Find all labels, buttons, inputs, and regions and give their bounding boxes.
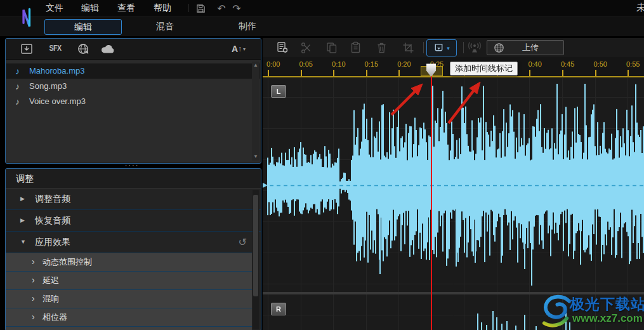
file-name: Voice over.mp3 (29, 94, 86, 109)
ruler-tick-label: 0:10 (332, 60, 345, 68)
sort-letter: A (232, 44, 238, 54)
ruler-tick (529, 70, 530, 76)
watermark-site-name: 极光下载站 (570, 294, 644, 314)
adjust-section-label: 调整音频 (35, 188, 70, 209)
properties-icon (276, 41, 289, 54)
file-row[interactable]: ♪Voice over.mp3 (6, 94, 260, 109)
undo-icon: ↶ (217, 3, 225, 15)
scroll-down-icon[interactable]: ▼ (252, 153, 260, 161)
paste-button[interactable] (348, 40, 364, 55)
trim-button[interactable] (400, 40, 416, 55)
marker-tooltip: 添加时间线标记 (450, 62, 518, 76)
ruler-tick (333, 70, 334, 76)
scissors-icon (301, 42, 313, 54)
ruler-tick (595, 70, 596, 76)
upload-button[interactable]: 上传 (487, 40, 564, 55)
effect-item-row[interactable]: ›动态范围控制 (6, 253, 252, 271)
ruler-tick-label: 0:00 (266, 60, 280, 68)
effect-item-row[interactable]: ›镶边器 (6, 326, 252, 330)
sort-arrow-icon: ↑ (238, 44, 242, 53)
adjust-section-row[interactable]: ▼应用效果↺ (6, 231, 261, 253)
ambience-speaker-icon (467, 41, 482, 54)
download-sound-button[interactable] (75, 41, 91, 56)
adjust-panel-header: 调整 (6, 169, 261, 188)
effect-item-label: 镶边器 (43, 327, 67, 330)
playhead-line[interactable] (431, 70, 432, 330)
scroll-up-icon[interactable]: ▲ (252, 62, 260, 69)
library-scrollbar[interactable]: ▲ ▼ (252, 62, 260, 161)
ruler-tick (562, 70, 563, 76)
menu-item-2[interactable]: 编辑 (81, 0, 99, 16)
music-note-icon: ♪ (15, 94, 25, 109)
left-channel-label: L (271, 85, 286, 98)
sort-button[interactable]: A ↑ ▾ (224, 41, 253, 56)
normalize-button[interactable] (467, 40, 482, 55)
cloud-icon (100, 43, 117, 55)
menu-item-3[interactable]: 查看 (117, 0, 135, 16)
reset-effects-icon[interactable]: ↺ (239, 232, 247, 253)
editor-toolbar: ▾ 上传 (263, 38, 644, 58)
menu-item-4[interactable]: 帮助 (154, 0, 171, 16)
chevron-collapsed-icon: ▶ (20, 188, 25, 209)
file-list: ♪Mahoroba.mp3♪Song.mp3♪Voice over.mp3 (6, 60, 260, 162)
cut-button[interactable] (299, 40, 314, 55)
paste-icon (350, 41, 362, 54)
media-library-panel: SFX A ↑ ▾ ♪Mahoroba.mp3♪Son (5, 38, 261, 164)
adjust-scrollbar-thumb[interactable] (253, 195, 258, 296)
effect-item-label: 延迟 (43, 272, 59, 289)
chevron-item-icon: › (32, 326, 35, 330)
menu-item-1[interactable]: 文件 (46, 0, 63, 16)
timeline-marker-icon (433, 43, 444, 53)
sfx-button[interactable]: SFX (46, 41, 64, 56)
chevron-item-icon: › (32, 253, 35, 270)
ruler-tick-label: 0:20 (397, 60, 411, 68)
properties-button[interactable] (275, 40, 290, 55)
ruler-tick (268, 70, 269, 76)
adjust-panel: 调整 ▶调整音频▶恢复音频▼应用效果↺›动态范围控制›延迟›混响›相位器›镶边器 (5, 168, 261, 330)
save-button[interactable] (194, 2, 207, 15)
redo-button[interactable]: ↷ (230, 2, 244, 15)
tab-1[interactable]: 编辑 (44, 19, 122, 35)
toolbar-separator-2 (463, 42, 464, 53)
effect-item-row[interactable]: ›混响 (6, 289, 252, 308)
effect-item-row[interactable]: ›相位器 (6, 308, 252, 326)
adjust-panel-title: 调整 (16, 173, 34, 183)
file-row[interactable]: ♪Song.mp3 (6, 79, 260, 94)
mode-tab-bar: 编辑混音制作 (0, 16, 644, 36)
chevron-item-icon: › (32, 308, 35, 326)
watermark-swirl-icon (542, 293, 571, 329)
tab-2[interactable]: 混音 (143, 19, 187, 34)
chevron-collapsed-icon: ▶ (20, 210, 25, 231)
delete-button[interactable] (374, 40, 389, 55)
import-media-button[interactable] (18, 41, 35, 56)
adjust-section-row[interactable]: ▶恢复音频 (6, 209, 261, 231)
app-logo (8, 3, 38, 33)
site-watermark: 极光下载站 www.xz7.com (542, 292, 644, 330)
ruler-tick-label: 0:05 (299, 60, 313, 68)
adjust-section-label: 应用效果 (35, 232, 70, 253)
tab-3[interactable]: 制作 (225, 19, 270, 34)
globe-download-icon (77, 43, 90, 56)
add-marker-button[interactable]: ▾ (426, 39, 457, 56)
watermark-url: www.xz7.com (572, 312, 643, 325)
chevron-item-icon: › (32, 271, 35, 289)
trash-icon (376, 42, 388, 54)
adjust-section-row[interactable]: ▶调整音频 (6, 188, 261, 209)
sort-dropdown-icon: ▾ (243, 46, 246, 52)
cloud-button[interactable] (99, 41, 118, 56)
ruler-tick (398, 70, 400, 76)
effect-item-label: 混响 (43, 290, 59, 308)
file-row[interactable]: ♪Mahoroba.mp3 (6, 63, 260, 79)
marker-dropdown-icon[interactable]: ▾ (447, 45, 450, 51)
undo-button[interactable]: ↶ (214, 2, 228, 15)
copy-icon (325, 41, 338, 54)
ruler-tick-label: 0:40 (528, 60, 541, 68)
sfx-label: SFX (49, 44, 61, 53)
library-toolbar: SFX A ↑ ▾ (6, 39, 261, 60)
ruler-tick (366, 70, 367, 76)
menu-bar: 文件编辑查看帮助 ↶ ↷ 未 (0, 0, 644, 16)
toolbar-separator (423, 42, 424, 53)
effect-item-row[interactable]: ›延迟 (6, 271, 252, 289)
adjust-scrollbar[interactable] (253, 190, 259, 329)
copy-button[interactable] (324, 40, 339, 55)
